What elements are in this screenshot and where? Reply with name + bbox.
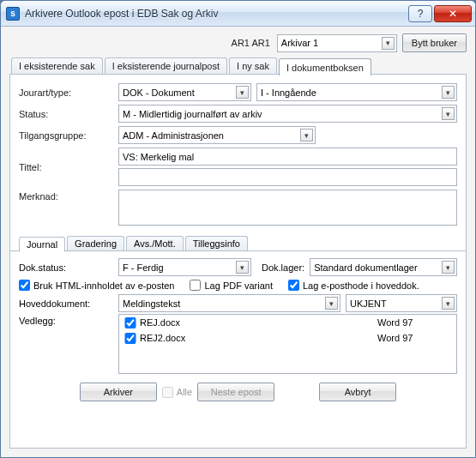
chevron-down-icon: ▾ [442,107,455,120]
title-input-2[interactable] [118,168,457,186]
role-combo[interactable]: Arkivar 1 ▾ [277,34,397,52]
label-journal-type: Jourart/type: [19,87,113,98]
main-doc-type-combo[interactable]: UKJENT ▾ [346,294,457,312]
switch-user-button[interactable]: Bytt bruker [402,33,467,52]
help-button[interactable]: ? [408,5,432,22]
label-note: Merknad: [19,191,113,202]
journal-type-secondary-combo[interactable]: I - Inngående ▾ [256,83,457,101]
attachment-check[interactable] [121,317,140,328]
dialog-window: s Arkivere Outlook epost i EDB Sak og Ar… [0,0,476,458]
next-email-button: Neste epost [197,383,274,401]
attachment-format: Word 97 [377,317,455,328]
help-icon: ? [418,8,424,20]
attachment-name: REJ.docx [140,317,377,328]
tab-new-case[interactable]: I ny sak [229,57,277,75]
doc-store-combo[interactable]: Standard dokumentlager ▾ [310,258,457,276]
subtab-journal[interactable]: Journal [19,237,65,252]
tab-existing-case[interactable]: I eksisterende sak [11,57,103,75]
label-doc-store: Dok.lager: [256,262,304,273]
close-icon: ✕ [449,8,457,20]
footer-buttons: Arkiver Alle Neste epost Avbryt [19,383,457,401]
chk-use-html[interactable]: Bruk HTML-innholdet av e-posten [19,280,174,291]
doc-status-row: Dok.status: F - Ferdig ▾ Dok.lager: Stan… [19,258,457,276]
chk-use-html-input[interactable] [19,280,30,291]
all-check[interactable]: Alle [162,383,192,401]
main-tabs: I eksisterende sak I eksisterende journa… [9,57,467,75]
chevron-down-icon: ▾ [442,86,455,99]
status-combo[interactable]: M - Midlertidig journalført av arkiv ▾ [118,105,457,123]
main-doc-combo[interactable]: Meldingstekst ▾ [118,294,340,312]
chk-header-main[interactable]: Lag e-posthode i hoveddok. [288,280,419,291]
tab-document-box[interactable]: I dokumentboksen [279,58,371,75]
label-title: Tittel: [19,162,113,172]
chk-pdf-variant[interactable]: Lag PDF variant [190,280,272,291]
label-main-doc: Hoveddokument: [19,298,113,309]
titlebar: s Arkivere Outlook epost i EDB Sak og Ar… [1,1,475,27]
chevron-down-icon: ▾ [442,261,455,274]
subtab-avs-mott[interactable]: Avs./Mott. [126,236,184,251]
attachment-list[interactable]: REJ.docx Word 97 REJ2.docx Word 97 [118,314,457,374]
subtab-extra[interactable]: Tilleggsinfo [185,236,248,251]
attachment-row[interactable]: REJ2.docx Word 97 [119,330,456,346]
client-area: AR1 AR1 Arkivar 1 ▾ Bytt bruker I eksist… [1,27,475,457]
all-check-input [162,387,173,398]
chk-header-main-input[interactable] [288,280,299,291]
chevron-down-icon: ▾ [382,37,395,50]
chk-pdf-variant-input[interactable] [190,280,201,291]
title-wrap [118,148,457,186]
tab-panel: Jourart/type: DOK - Dokument ▾ I - Inngå… [9,74,467,449]
main-doc-row: Hoveddokument: Meldingstekst ▾ UKJENT ▾ [19,294,457,312]
label-attachments: Vedlegg: [19,316,113,326]
close-button[interactable]: ✕ [434,5,472,22]
label-doc-status: Dok.status: [19,262,113,273]
window-title: Arkivere Outlook epost i EDB Sak og Arki… [25,8,408,20]
cancel-button[interactable]: Avbryt [319,383,396,401]
user-display: AR1 AR1 [232,38,270,48]
journal-type-primary-combo[interactable]: DOK - Dokument ▾ [118,83,251,101]
sub-tabs: Journal Gradering Avs./Mott. Tilleggsinf… [19,236,457,251]
label-status: Status: [19,109,113,119]
note-textarea[interactable] [118,190,457,226]
access-group-combo[interactable]: ADM - Administrasjonen ▾ [118,126,316,144]
attachment-row[interactable]: REJ.docx Word 97 [119,315,456,330]
title-input[interactable] [118,148,457,166]
checkbox-row: Bruk HTML-innholdet av e-posten Lag PDF … [19,280,457,291]
titlebar-buttons: ? ✕ [408,5,472,22]
chevron-down-icon: ▾ [300,129,313,142]
doc-status-combo[interactable]: F - Ferdig ▾ [118,258,251,276]
app-icon: s [6,7,20,21]
chevron-down-icon: ▾ [236,86,249,99]
header-row: AR1 AR1 Arkivar 1 ▾ Bytt bruker [9,33,467,52]
subtab-grading[interactable]: Gradering [67,236,124,251]
upper-form: Jourart/type: DOK - Dokument ▾ I - Inngå… [19,83,457,227]
archive-button[interactable]: Arkiver [80,383,157,401]
attachment-name: REJ2.docx [140,333,377,343]
label-access-group: Tilgangsgruppe: [19,130,113,141]
chevron-down-icon: ▾ [325,297,338,310]
divider [10,250,466,251]
chevron-down-icon: ▾ [236,261,249,274]
chevron-down-icon: ▾ [442,297,455,310]
attachment-check[interactable] [121,333,140,344]
role-combo-value: Arkivar 1 [281,38,378,48]
tab-existing-journal[interactable]: I eksisterende journalpost [105,57,227,75]
attachment-format: Word 97 [377,333,455,343]
